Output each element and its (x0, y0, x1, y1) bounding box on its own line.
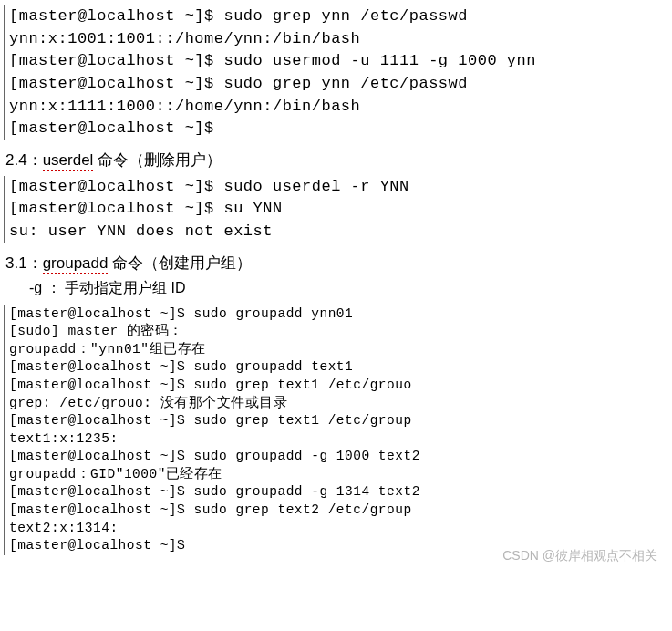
section-heading-3-1: 3.1：groupadd 命令（创建用户组） (5, 253, 668, 274)
terminal-line: [master@localhost ~]$ sudo usermod -u 11… (9, 50, 668, 73)
terminal-line: ynn:x:1111:1000::/home/ynn:/bin/bash (9, 96, 668, 119)
option-description-g: -g ： 手动指定用户组 ID (29, 279, 668, 298)
terminal-block-2: [master@localhost ~]$ sudo userdel -r YN… (4, 176, 668, 243)
terminal-line: [master@localhost ~]$ sudo grep ynn /etc… (9, 73, 668, 96)
terminal-line: groupadd："ynn01"组已存在 (9, 341, 668, 359)
section-heading-2-4: 2.4：userdel 命令（删除用户） (5, 150, 668, 171)
terminal-line: [master@localhost ~]$ sudo userdel -r YN… (9, 176, 668, 199)
terminal-line: [sudo] master 的密码： (9, 323, 668, 341)
terminal-line: grep: /etc/grouo: 没有那个文件或目录 (9, 395, 668, 413)
terminal-line: [master@localhost ~]$ su YNN (9, 198, 668, 221)
terminal-line: [master@localhost ~]$ sudo grep ynn /etc… (9, 5, 668, 28)
terminal-line: [master@localhost ~]$ sudo grep text1 /e… (9, 377, 668, 395)
command-name-userdel: userdel (43, 151, 94, 171)
terminal-line: [master@localhost ~]$ sudo grep text1 /e… (9, 412, 668, 430)
terminal-line: su: user YNN does not exist (9, 221, 668, 243)
terminal-line: [master@localhost ~]$ sudo groupadd -g 1… (9, 448, 668, 466)
terminal-line: text1:x:1235: (9, 430, 668, 449)
terminal-line: [master@localhost ~]$ sudo grep text2 /e… (9, 502, 668, 520)
heading-suffix: 命令（删除用户） (93, 151, 222, 169)
heading-suffix: 命令（创建用户组） (108, 254, 252, 272)
terminal-line: [master@localhost ~]$ sudo groupadd -g 1… (9, 483, 668, 502)
terminal-block-1: [master@localhost ~]$ sudo grep ynn /etc… (4, 5, 668, 140)
terminal-line: [master@localhost ~]$ (9, 118, 668, 140)
heading-prefix: 2.4： (5, 151, 43, 169)
heading-prefix: 3.1： (5, 254, 43, 272)
terminal-line: text2:x:1314: (9, 520, 668, 538)
command-name-groupadd: groupadd (43, 254, 109, 274)
terminal-line: ynn:x:1001:1001::/home/ynn:/bin/bash (9, 28, 668, 51)
terminal-line: [master@localhost ~]$ (9, 537, 668, 555)
terminal-line: [master@localhost ~]$ sudo groupadd ynn0… (9, 305, 668, 324)
terminal-line: groupadd：GID"1000"已经存在 (9, 466, 668, 484)
terminal-block-3: [master@localhost ~]$ sudo groupadd ynn0… (4, 305, 668, 555)
terminal-line: [master@localhost ~]$ sudo groupadd text… (9, 358, 668, 377)
